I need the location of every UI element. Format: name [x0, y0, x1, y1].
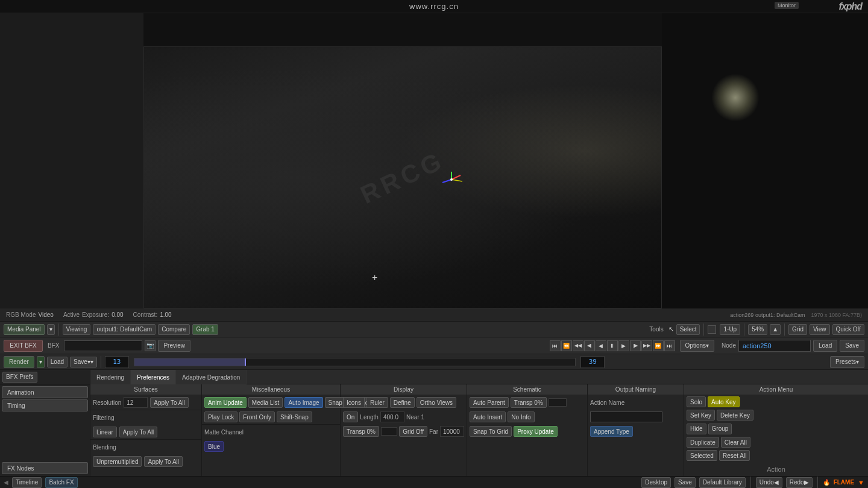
- transp-btn[interactable]: Transp 0%: [343, 426, 379, 437]
- timeline-btn[interactable]: Timeline: [12, 477, 42, 488]
- layout-btn[interactable]: 1-Up: [720, 324, 740, 335]
- preview-btn[interactable]: Preview: [158, 340, 190, 352]
- prev-key-btn[interactable]: ◀|: [584, 340, 595, 351]
- grab-btn[interactable]: Grab 1: [192, 324, 218, 335]
- play-btn[interactable]: ▶: [618, 340, 629, 351]
- grid-btn[interactable]: Grid: [788, 324, 807, 335]
- tab-adaptive-degradation[interactable]: Adaptive Degradation: [176, 370, 247, 384]
- grid-off-btn[interactable]: Grid Off: [399, 426, 427, 437]
- exit-bfx-btn[interactable]: EXIT BFX: [4, 340, 43, 352]
- output-cam-btn[interactable]: output1: DefaultCam: [93, 324, 156, 335]
- default-library-btn[interactable]: Default Library: [699, 477, 746, 488]
- options-btn[interactable]: Options ▾: [680, 340, 714, 352]
- media-panel-btn[interactable]: Media Panel: [4, 324, 45, 335]
- far-value[interactable]: 10000: [440, 426, 464, 437]
- end-frame-display[interactable]: 39: [580, 356, 605, 368]
- node-name-input[interactable]: [738, 340, 811, 352]
- step-back-btn[interactable]: ◀◀: [573, 340, 583, 351]
- desktop-btn[interactable]: Desktop: [641, 477, 671, 488]
- render-btn[interactable]: Render: [4, 356, 34, 368]
- tl-load-btn[interactable]: Load: [47, 357, 68, 368]
- delete-key-btn[interactable]: Delete Key: [717, 410, 753, 421]
- current-frame-display[interactable]: 13: [105, 356, 129, 368]
- duplicate-btn[interactable]: Duplicate: [687, 437, 719, 448]
- length-value[interactable]: 400.0: [380, 411, 404, 422]
- resolution-value[interactable]: 12: [124, 397, 148, 408]
- step-back-large-btn[interactable]: ⏪: [561, 340, 572, 351]
- ortho-views-btn[interactable]: Ortho Views: [417, 397, 456, 408]
- auto-parent-btn[interactable]: Auto Parent: [470, 397, 509, 408]
- bottom-save-btn[interactable]: Save: [675, 477, 696, 488]
- transp-slider-2[interactable]: [549, 398, 567, 407]
- compare-btn[interactable]: Compare: [158, 324, 190, 335]
- play-lock-btn[interactable]: Play Lock: [204, 411, 237, 422]
- redo-btn[interactable]: Redo ▶: [786, 477, 813, 488]
- rewind-start-btn[interactable]: ⏮: [550, 340, 561, 351]
- timeline-bar[interactable]: [134, 358, 576, 366]
- apply-all-2-btn[interactable]: Apply To All: [119, 427, 158, 437]
- action-name-input[interactable]: [590, 411, 662, 422]
- clear-all-btn[interactable]: Clear All: [721, 437, 750, 448]
- bfx-prefs-btn[interactable]: BFX Prefs: [2, 372, 37, 383]
- apply-all-1-btn[interactable]: Apply To All: [150, 397, 189, 408]
- set-key-btn[interactable]: Set Key: [687, 410, 715, 421]
- node-load-btn[interactable]: Load: [813, 340, 837, 352]
- display-row2: On Length 400.0 Near 1: [341, 410, 467, 424]
- node-save-btn[interactable]: Save: [840, 340, 864, 352]
- shift-snap-btn[interactable]: Shift-Snap: [277, 411, 312, 422]
- fwd-end-btn[interactable]: ⏭: [664, 340, 675, 351]
- append-type-btn[interactable]: Append Type: [590, 426, 633, 437]
- icons-btn[interactable]: Icons: [343, 397, 365, 408]
- transp-0-btn[interactable]: Transp 0%: [511, 397, 547, 408]
- batch-fx-btn[interactable]: Batch FX: [45, 477, 77, 488]
- presets-btn[interactable]: Presets ▾: [830, 356, 864, 368]
- bottom-panel: EXIT BFX BFX 📷 Preview ⏮ ⏪ ◀◀ ◀| ◀ ⏸ ▶ |…: [0, 337, 868, 476]
- undo-btn[interactable]: Undo ◀: [756, 477, 782, 488]
- define-btn[interactable]: Define: [390, 397, 415, 408]
- tab-rendering[interactable]: Rendering: [90, 370, 131, 384]
- play-back-btn[interactable]: ◀: [596, 340, 606, 351]
- animation-btn[interactable]: Animation: [2, 386, 88, 398]
- reset-all-btn[interactable]: Reset All: [719, 450, 750, 461]
- auto-image-btn[interactable]: Auto Image: [285, 397, 322, 408]
- media-list-btn[interactable]: Media List: [248, 397, 283, 408]
- main-panels-area: Animation Timing FX Nodes Surfaces Resol…: [0, 384, 868, 476]
- quick-off-btn[interactable]: Quick Off: [832, 324, 865, 335]
- linear-btn[interactable]: Linear: [93, 427, 117, 437]
- apply-all-3-btn[interactable]: Apply To All: [144, 456, 183, 467]
- group-btn[interactable]: Group: [708, 424, 732, 434]
- select-btn[interactable]: Select: [676, 324, 700, 335]
- blue-btn[interactable]: Blue: [204, 441, 224, 452]
- selected-btn[interactable]: Selected: [687, 450, 717, 461]
- anim-update-btn[interactable]: Anim Update: [204, 397, 247, 408]
- tl-save-btn[interactable]: Save▾ ▾: [70, 357, 97, 368]
- bfx-input[interactable]: [64, 340, 142, 351]
- fx-nodes-btn[interactable]: FX Nodes: [2, 462, 88, 474]
- timing-btn[interactable]: Timing: [2, 399, 88, 411]
- media-panel-dropdown[interactable]: ▾: [47, 324, 55, 335]
- zoom-up-btn[interactable]: ▲: [770, 324, 781, 335]
- flame-dropdown[interactable]: ▼: [858, 479, 864, 486]
- next-key-btn[interactable]: |▶: [630, 340, 641, 351]
- ruler-btn[interactable]: Ruler: [366, 397, 388, 408]
- view-btn[interactable]: View: [810, 324, 830, 335]
- viewing-btn[interactable]: Viewing: [63, 324, 91, 335]
- on-btn[interactable]: On: [343, 411, 358, 422]
- step-fwd-large-btn[interactable]: ⏩: [653, 340, 664, 351]
- auto-insert-btn[interactable]: Auto Insert: [470, 411, 506, 422]
- viewport-canvas[interactable]: RRCG +: [143, 46, 662, 308]
- transp-slider[interactable]: [381, 427, 397, 436]
- solo-btn[interactable]: Solo: [687, 396, 706, 407]
- snap-grid-btn[interactable]: Snap To Grid: [470, 426, 512, 437]
- auto-key-btn[interactable]: Auto Key: [708, 396, 740, 407]
- front-only-btn[interactable]: Front Only: [239, 411, 275, 422]
- proxy-update-btn[interactable]: Proxy Update: [514, 426, 558, 437]
- tab-preferences[interactable]: Preferences: [131, 370, 176, 384]
- zoom-btn[interactable]: 54%: [748, 324, 767, 335]
- no-info-btn[interactable]: No Info: [508, 411, 534, 422]
- unpremultiplied-btn[interactable]: Unpremultiplied: [93, 456, 142, 467]
- pause-btn[interactable]: ⏸: [607, 340, 618, 351]
- render-dropdown-btn[interactable]: ▾: [37, 356, 45, 368]
- hide-btn[interactable]: Hide: [687, 424, 706, 434]
- step-fwd-btn[interactable]: ▶▶: [641, 340, 652, 351]
